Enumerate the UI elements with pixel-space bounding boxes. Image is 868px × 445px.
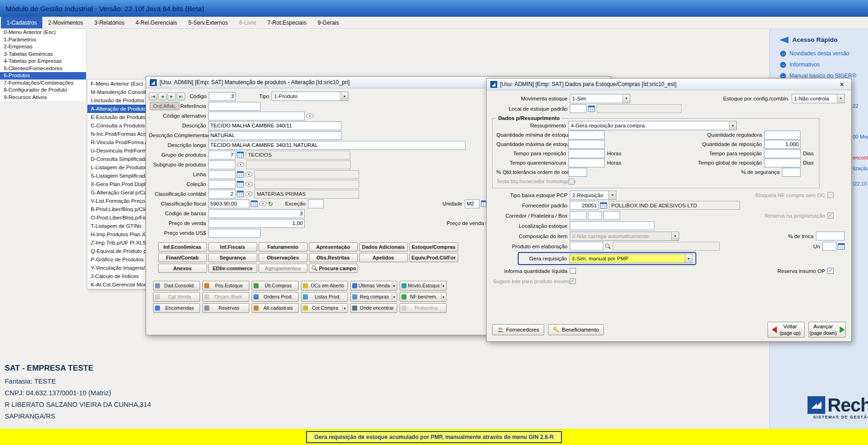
menu-item[interactable]: I-Inclusão de Produtos [87, 96, 149, 105]
classificacao-fiscal-input[interactable] [208, 199, 249, 208]
prateleira-input[interactable] [588, 211, 602, 220]
subgrupo-input[interactable] [208, 160, 235, 169]
menu-item[interactable]: 0-Menu Anterior (Esc) [0, 29, 86, 36]
eye-icon[interactable] [245, 192, 253, 196]
action-button[interactable]: Req.compras [350, 292, 397, 302]
section-button[interactable]: Inf.Fiscais [208, 242, 257, 252]
menu-tab[interactable]: 6-Livre [234, 17, 262, 28]
action-button[interactable]: Ordens Prod. [252, 292, 299, 302]
dialog-titlebar[interactable]: [Usu: ADMIN] [Emp: SAT] Dados para Estoq… [487, 79, 851, 90]
menu-item[interactable]: B-Prod.Liber/Bloq.p/Clier [87, 205, 149, 213]
box-input[interactable] [603, 211, 620, 220]
action-button[interactable]: Movto.Estoque [400, 281, 447, 291]
ressuprimento-combo[interactable]: 4-Gera requisição para compra [568, 121, 737, 130]
nav-first-button[interactable] [149, 93, 157, 100]
dropdown-caret-icon[interactable] [342, 305, 346, 311]
unidade-input[interactable] [465, 199, 480, 208]
linha-input[interactable] [208, 170, 235, 179]
eye-icon[interactable] [245, 172, 253, 177]
menu-tab[interactable]: 9-Gerais [312, 17, 345, 28]
action-button[interactable]: Cot.Compra [301, 303, 348, 313]
menu-tab[interactable]: 5-Serv.Externos [183, 17, 234, 28]
menu-item[interactable]: L-Listagem de Produtos [87, 163, 149, 172]
quick-access-item[interactable]: Informativos [770, 59, 868, 70]
close-icon[interactable] [836, 80, 848, 89]
voltar-button[interactable]: Voltar (page up) [768, 322, 805, 338]
testa-blq-checkbox[interactable] [568, 179, 574, 185]
section-button[interactable]: Finan/Contab [158, 253, 207, 262]
menu-item[interactable]: Q-Equival.de Produto p/ [87, 247, 149, 255]
combo-arrow-icon[interactable] [622, 94, 630, 103]
menu-item[interactable]: K-At.Cst.Gerencial Moed [87, 280, 149, 289]
menu-item[interactable]: 6-Produtos [0, 72, 86, 80]
qtd-minima-input[interactable] [568, 131, 605, 139]
section-button[interactable]: Agrupamentos [259, 264, 307, 273]
combo-arrow-icon[interactable] [685, 254, 692, 263]
menu-item[interactable]: F-Menu Anterior (Esc) [87, 80, 149, 88]
produto-elaboracao-input[interactable] [570, 242, 603, 251]
action-button[interactable]: Últimas Vendas [350, 281, 397, 291]
action-button[interactable]: Cgt.Venda [153, 292, 200, 302]
menu-item[interactable]: J-Cálculo de Índices [87, 272, 149, 280]
menu-item[interactable]: G-Alteração Geral p/Cam [87, 188, 149, 197]
refresh-icon[interactable] [268, 200, 275, 207]
action-button[interactable]: Pos.Estoque [202, 281, 249, 291]
menu-item[interactable]: 1-Parâmetros [0, 36, 86, 44]
menu-tab[interactable]: 4-Rel.Gerenciais [130, 17, 182, 28]
lookup-table-icon[interactable] [237, 181, 244, 187]
lookup-table-icon[interactable] [237, 171, 244, 178]
estoque-config-combo[interactable]: 1-Não controla [792, 94, 845, 103]
menu-item[interactable]: S-Listagem Simplificada [87, 172, 149, 180]
tempo-global-input[interactable] [764, 159, 801, 167]
eye-icon[interactable] [306, 113, 314, 118]
excecao-input[interactable] [308, 199, 324, 208]
menu-item[interactable]: M-Manutenção Consolida [87, 88, 149, 96]
section-button[interactable]: Observações [259, 253, 307, 262]
lookup-table-icon[interactable] [588, 106, 595, 112]
local-estoque-input[interactable] [570, 104, 587, 113]
menu-item[interactable]: U-Desvincula Prd/Forma [87, 146, 149, 155]
action-button[interactable]: NF ben/rem. [400, 292, 447, 302]
menu-item[interactable]: H-Imp.Produtos Plan.XLS [87, 230, 149, 239]
action-button[interactable]: Onde encontrar [350, 303, 397, 313]
bloqueia-nf-checkbox[interactable] [828, 192, 834, 198]
action-button[interactable]: Orçam./Retir. [202, 292, 249, 302]
order-alphabetical-button[interactable]: Ord:Alfab. [150, 102, 180, 110]
seguranca-input[interactable] [782, 168, 801, 177]
tempo-reposicao-dias-input[interactable] [764, 149, 801, 158]
menu-tab[interactable]: 3-Relatórios [89, 17, 130, 28]
section-button[interactable]: Estoque/Compras [409, 242, 458, 252]
menu-tab[interactable]: 1-Cadastros [1, 17, 42, 28]
section-button[interactable]: Dados Adicionais [359, 242, 408, 252]
menu-item[interactable]: 8-Configurador de Produto [0, 86, 86, 94]
menu-item[interactable]: A-Alteração de Produtos [87, 105, 149, 113]
informa-liquida-checkbox[interactable] [570, 268, 576, 274]
descricao-input[interactable] [208, 121, 341, 130]
nav-next-button[interactable] [167, 93, 176, 100]
menu-item[interactable]: R-Vincula Prod/Forma Ac [87, 138, 149, 146]
action-button[interactable]: OCs em Aberto [301, 281, 348, 291]
troca-input[interactable] [816, 232, 845, 240]
action-button[interactable]: Encomendas [153, 303, 200, 313]
menu-item[interactable]: V-List.Formação Preço V [87, 197, 149, 205]
section-button[interactable]: Faturamento [259, 242, 307, 252]
eye-icon[interactable] [237, 162, 244, 167]
localizacao-input[interactable] [570, 221, 654, 230]
gera-requisicao-combo[interactable]: 3-Sim, manual por PMP [569, 254, 693, 263]
combo-arrow-icon[interactable] [837, 94, 844, 103]
beneficiamento-button[interactable]: Beneficiamento [548, 324, 604, 335]
colecao-input[interactable] [208, 180, 235, 189]
corredor-input[interactable] [570, 211, 587, 220]
action-button[interactable]: Dad.Consolid. [153, 281, 200, 291]
tipo-baixa-combo[interactable]: 2-Requisição [570, 191, 616, 200]
section-button[interactable]: Apresentação [309, 242, 358, 252]
action-button[interactable]: Alt.cadastrais [252, 303, 299, 313]
menu-item[interactable]: Z-Imp.Trib.p/UF Pl.XLS/X [87, 239, 149, 247]
descricao-complementar-input[interactable] [208, 131, 341, 140]
menu-item[interactable]: 9-Recursos Ativos [0, 94, 86, 101]
section-button[interactable]: Segurança [208, 253, 257, 262]
codigo-alternativo-input[interactable] [208, 112, 305, 120]
lookup-table-icon[interactable] [237, 191, 244, 197]
menu-item[interactable]: E-Exclusão de Produtos [87, 113, 149, 121]
un-input[interactable] [822, 242, 836, 251]
